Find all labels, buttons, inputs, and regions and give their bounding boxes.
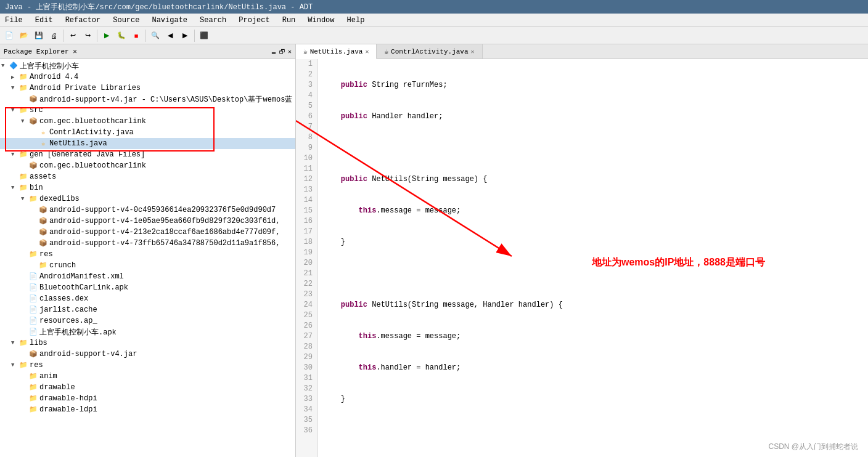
- tree-item-package[interactable]: ▼ 📦 com.gec.bluetoothcarlink: [0, 116, 295, 127]
- tree-item-bluetoothapk[interactable]: ▶ 📄 BluetoothCarLink.apk: [0, 282, 295, 293]
- expand-arrow: ▶: [11, 174, 18, 180]
- tree-item-jar1[interactable]: ▶ 📦 android-support-v4-0c495936614ea2093…: [0, 204, 295, 216]
- tree-item-androidsupport[interactable]: ▶ 📦 android-support-v4.jar - C:\Users\AS…: [0, 94, 295, 105]
- tree-item-crunch[interactable]: ▶ 📁 crunch: [0, 260, 295, 271]
- tree-label: src: [30, 106, 43, 115]
- tab-close-contrl[interactable]: ✕: [471, 48, 475, 55]
- tree-item-project[interactable]: ▼ 🔷 上官手机控制小车: [0, 60, 295, 71]
- tree-item-bin[interactable]: ▼ 📁 bin: [0, 182, 295, 193]
- tree-item-src[interactable]: ▼ 📁 src: [0, 105, 295, 116]
- expand-arrow[interactable]: ▼: [11, 362, 18, 368]
- toolbar-open[interactable]: 📂: [17, 29, 31, 42]
- expand-arrow: ▶: [21, 307, 28, 313]
- tree-item-androidprivate[interactable]: ▼ 📁 Android Private Libraries: [0, 83, 295, 94]
- toolbar-stop[interactable]: ■: [129, 29, 143, 42]
- pe-tree[interactable]: ▼ 🔷 上官手机控制小车 ▶ 📁 Android 4.4 ▼ 📁 Androi: [0, 59, 295, 457]
- toolbar-new[interactable]: 📄: [2, 29, 16, 42]
- menu-window[interactable]: Window: [305, 15, 337, 26]
- menu-project[interactable]: Project: [236, 15, 272, 26]
- tree-item-dexedlibs[interactable]: ▼ 📁 dexedLibs: [0, 193, 295, 204]
- tree-label: anim: [39, 372, 57, 381]
- menu-file[interactable]: File: [2, 15, 25, 26]
- tree-item-resources[interactable]: ▶ 📄 resources.ap_: [0, 315, 295, 326]
- expand-arrow: ▶: [21, 395, 28, 402]
- tree-item-drawable-ldpi[interactable]: ▶ 📁 drawable-ldpi: [0, 404, 295, 415]
- toolbar-run[interactable]: ▶: [100, 29, 113, 42]
- tree-label: dexedLibs: [39, 195, 80, 203]
- expand-arrow: ▶: [21, 163, 28, 169]
- tree-item-jarlist[interactable]: ▶ 📄 jarlist.cache: [0, 304, 295, 315]
- tree-label: drawable: [39, 383, 75, 392]
- tree-item-libs[interactable]: ▼ 📁 libs: [0, 338, 295, 349]
- expand-arrow[interactable]: ▼: [1, 63, 9, 69]
- title-text: Java - 上官手机控制小车/src/com/gec/bluetoothcar…: [5, 2, 313, 12]
- code-editor[interactable]: 12345 678910 1112131415 1617181920 21222…: [296, 59, 868, 457]
- tree-item-binres[interactable]: ▶ 📁 res: [0, 249, 295, 260]
- tree-item-classesdex[interactable]: ▶ 📄 classes.dex: [0, 293, 295, 304]
- file-icon: 📄: [28, 317, 38, 325]
- tree-label: drawable-ldpi: [39, 405, 97, 414]
- expand-arrow[interactable]: ▼: [11, 152, 18, 158]
- toolbar-prev[interactable]: ◀: [163, 29, 177, 42]
- tab-netutils[interactable]: ☕ NetUtils.java ✕: [296, 44, 377, 59]
- folder-icon: 📁: [18, 172, 28, 181]
- menu-edit[interactable]: Edit: [33, 15, 55, 26]
- package-icon: 📦: [28, 117, 38, 126]
- tree-item-assets[interactable]: ▶ 📁 assets: [0, 171, 295, 182]
- tree-item-contrlactivity[interactable]: ▶ ☕ ContrlActivity.java: [0, 127, 295, 138]
- tree-item-jar4[interactable]: ▶ 📦 android-support-v4-73ffb65746a347887…: [0, 238, 295, 249]
- expand-arrow: ▶: [31, 229, 38, 236]
- tree-item-mainapk[interactable]: ▶ 📄 上官手机控制小车.apk: [0, 326, 295, 338]
- expand-arrow: ▶: [31, 240, 38, 247]
- toolbar-undo[interactable]: ↩: [66, 29, 80, 42]
- tab-label-netutils: NetUtils.java: [310, 48, 363, 55]
- tree-label: android-support-v4.jar: [39, 350, 137, 358]
- toolbar-print[interactable]: 🖨: [47, 29, 60, 42]
- menu-refactor[interactable]: Refactor: [63, 15, 104, 26]
- expand-arrow[interactable]: ▼: [11, 185, 18, 191]
- expand-arrow[interactable]: ▼: [11, 107, 18, 113]
- code-lines: public String reTurnMes; public Handler …: [318, 59, 868, 457]
- menu-source[interactable]: Source: [110, 15, 142, 26]
- tree-item-netutils[interactable]: ▶ ☕ NetUtils.java: [0, 138, 295, 149]
- maximize-icon[interactable]: 🗗: [279, 48, 285, 55]
- close-icon[interactable]: ✕: [288, 48, 292, 55]
- tab-contrlactivity[interactable]: ☕ ContrlActivity.java ✕: [377, 44, 482, 59]
- expand-arrow[interactable]: ▼: [11, 85, 18, 91]
- expand-arrow[interactable]: ▼: [21, 118, 28, 124]
- tree-item-res2[interactable]: ▼ 📁 res: [0, 360, 295, 371]
- expand-arrow[interactable]: ▶: [11, 74, 18, 81]
- tree-item-genpackage[interactable]: ▶ 📦 com.gec.bluetoothcarlink: [0, 160, 295, 171]
- tab-close-netutils[interactable]: ✕: [365, 48, 369, 55]
- tree-item-androidmanifest[interactable]: ▶ 📄 AndroidManifest.xml: [0, 271, 295, 282]
- tree-item-gen[interactable]: ▼ 📁 gen [Generated Java Files]: [0, 149, 295, 160]
- menu-navigate[interactable]: Navigate: [149, 15, 190, 26]
- toolbar-maximize[interactable]: ⬛: [197, 29, 211, 42]
- expand-arrow: ▶: [21, 296, 28, 302]
- code-line-5: this.message = message;: [323, 206, 863, 216]
- jar-icon: 📦: [28, 350, 38, 358]
- menu-search[interactable]: Search: [197, 15, 229, 26]
- expand-arrow[interactable]: ▼: [11, 340, 18, 346]
- toolbar-debug[interactable]: 🐛: [115, 29, 128, 42]
- menu-run[interactable]: Run: [280, 15, 298, 26]
- tree-item-drawable[interactable]: ▶ 📁 drawable: [0, 382, 295, 393]
- pe-header: Package Explorer ✕ 🗕 🗗 ✕: [0, 44, 295, 59]
- tree-item-android44[interactable]: ▶ 📁 Android 4.4: [0, 71, 295, 83]
- tree-item-jar2[interactable]: ▶ 📦 android-support-v4-1e05ae95ea660fb9d…: [0, 216, 295, 227]
- tree-item-drawable-hdpi[interactable]: ▶ 📁 drawable-hdpi: [0, 393, 295, 404]
- code-area: 12345 678910 1112131415 1617181920 21222…: [296, 59, 868, 457]
- menu-help[interactable]: Help: [345, 15, 367, 26]
- code-line-1: public String reTurnMes;: [323, 80, 863, 91]
- toolbar-save[interactable]: 💾: [32, 29, 46, 42]
- expand-arrow[interactable]: ▼: [21, 196, 28, 202]
- tree-item-anim[interactable]: ▶ 📁 anim: [0, 371, 295, 382]
- tree-item-libsjar[interactable]: ▶ 📦 android-support-v4.jar: [0, 349, 295, 360]
- toolbar-redo[interactable]: ↪: [81, 29, 94, 42]
- tree-item-jar3[interactable]: ▶ 📦 android-support-v4-213e2ca18ccaf6ae1…: [0, 227, 295, 238]
- minimize-icon[interactable]: 🗕: [271, 48, 277, 55]
- toolbar-next[interactable]: ▶: [178, 29, 192, 42]
- toolbar-search[interactable]: 🔍: [149, 29, 162, 42]
- menu-bar: File Edit Refactor Source Navigate Searc…: [0, 14, 868, 27]
- title-bar: Java - 上官手机控制小车/src/com/gec/bluetoothcar…: [0, 0, 868, 14]
